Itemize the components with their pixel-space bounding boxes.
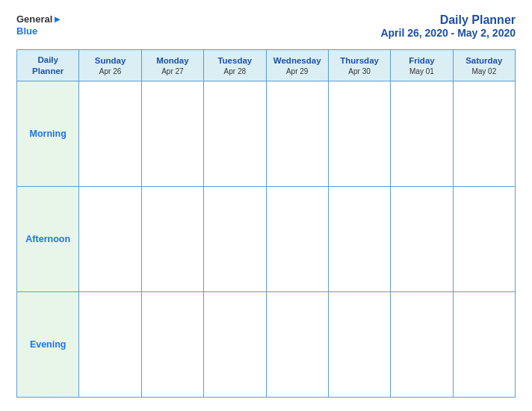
cell-afternoon-friday[interactable] <box>391 186 453 291</box>
cell-evening-friday[interactable] <box>391 291 453 397</box>
title-area: Daily Planner April 26, 2020 - May 2, 20… <box>380 13 516 39</box>
cell-afternoon-sunday[interactable] <box>79 186 141 291</box>
row-afternoon: Afternoon <box>17 186 516 291</box>
calendar-header-row: DailyPlanner Sunday Apr 26 Monday Apr 27… <box>17 50 516 81</box>
cell-afternoon-saturday[interactable] <box>453 186 515 291</box>
row-label-evening: Evening <box>17 291 79 397</box>
cell-morning-tuesday[interactable] <box>204 81 266 186</box>
cell-morning-saturday[interactable] <box>453 81 515 186</box>
row-morning: Morning <box>17 81 516 186</box>
cell-evening-sunday[interactable] <box>79 291 141 397</box>
cell-morning-thursday[interactable] <box>328 81 390 186</box>
col-thursday: Thursday Apr 30 <box>328 50 390 81</box>
date-range: April 26, 2020 - May 2, 2020 <box>380 27 516 39</box>
cell-afternoon-tuesday[interactable] <box>204 186 266 291</box>
cell-evening-monday[interactable] <box>141 291 203 397</box>
col-wednesday: Wednesday Apr 29 <box>266 50 328 81</box>
cell-afternoon-thursday[interactable] <box>328 186 390 291</box>
calendar-table: DailyPlanner Sunday Apr 26 Monday Apr 27… <box>16 49 516 398</box>
header: General► Blue Daily Planner April 26, 20… <box>16 13 516 39</box>
cell-morning-friday[interactable] <box>391 81 453 186</box>
col-saturday: Saturday May 02 <box>453 50 515 81</box>
row-label-morning: Morning <box>17 81 79 186</box>
cell-evening-wednesday[interactable] <box>266 291 328 397</box>
col-sunday: Sunday Apr 26 <box>79 50 141 81</box>
page: General► Blue Daily Planner April 26, 20… <box>0 0 532 411</box>
cell-morning-wednesday[interactable] <box>266 81 328 186</box>
logo-area: General► Blue <box>16 13 62 37</box>
cell-morning-sunday[interactable] <box>79 81 141 186</box>
page-title: Daily Planner <box>380 13 516 27</box>
cell-afternoon-wednesday[interactable] <box>266 186 328 291</box>
cell-evening-thursday[interactable] <box>328 291 390 397</box>
cell-evening-saturday[interactable] <box>453 291 515 397</box>
logo-block: General► Blue <box>16 13 62 37</box>
cell-evening-tuesday[interactable] <box>204 291 266 397</box>
cell-afternoon-monday[interactable] <box>141 186 203 291</box>
col-monday: Monday Apr 27 <box>141 50 203 81</box>
row-evening: Evening <box>17 291 516 397</box>
cell-morning-monday[interactable] <box>141 81 203 186</box>
row-label-afternoon: Afternoon <box>17 186 79 291</box>
col-header-label: DailyPlanner <box>17 50 79 81</box>
col-tuesday: Tuesday Apr 28 <box>204 50 266 81</box>
col-friday: Friday May 01 <box>391 50 453 81</box>
